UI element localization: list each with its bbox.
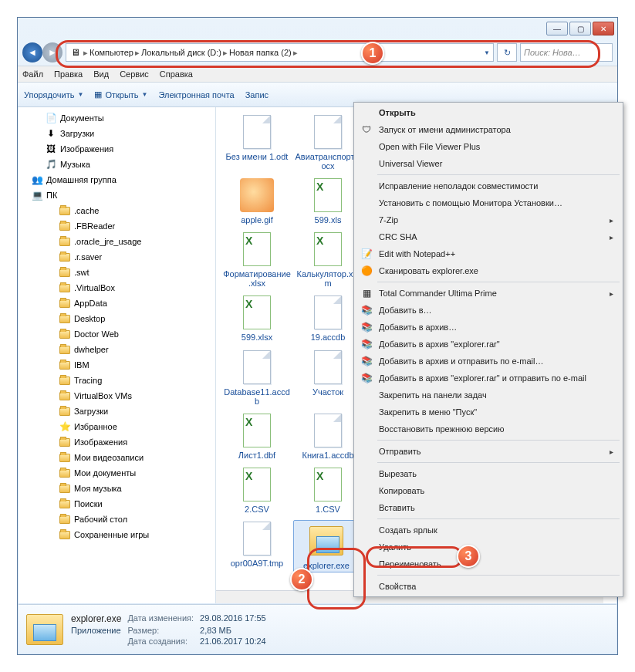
- breadcrumb-seg[interactable]: Локальный диск (D:): [141, 48, 221, 57]
- file-item[interactable]: explorer.exe: [293, 520, 360, 572]
- tree-item[interactable]: .cache: [19, 203, 215, 218]
- context-menu-item[interactable]: 📝Edit with Notepad++: [356, 245, 621, 262]
- context-menu-item[interactable]: Переименовать: [356, 555, 621, 572]
- context-menu-item[interactable]: Вырезать: [356, 465, 621, 482]
- tree-item[interactable]: dwhelper: [19, 342, 215, 357]
- file-item[interactable]: Участок: [293, 349, 363, 406]
- file-item[interactable]: Без имени 1.odt: [222, 113, 292, 171]
- open-icon: ▦: [94, 89, 102, 100]
- close-button[interactable]: ✕: [593, 22, 614, 35]
- tree-item[interactable]: .VirtualBox: [19, 280, 215, 295]
- context-menu-item[interactable]: 📚Добавить в архив "explorer.rar" и отпра…: [356, 370, 621, 387]
- badge-2: 2: [290, 568, 313, 591]
- tree-item[interactable]: .oracle_jre_usage: [19, 234, 215, 249]
- back-button[interactable]: ◄: [22, 42, 42, 62]
- tree-item[interactable]: ⬇Загрузки: [19, 126, 215, 141]
- context-menu-item[interactable]: 📚Добавить в архив "explorer.rar": [356, 336, 621, 353]
- breadcrumb-seg[interactable]: Новая папка (2): [229, 48, 292, 57]
- maximize-button[interactable]: ▢: [569, 22, 591, 35]
- tree-item[interactable]: 👥Домашняя группа: [19, 172, 215, 187]
- file-item[interactable]: Калькулятор.xlsm: [293, 231, 363, 288]
- npp-icon: 📝: [360, 248, 373, 260]
- menu-help[interactable]: Справка: [160, 69, 193, 79]
- tree-item[interactable]: 📄Документы: [19, 110, 215, 126]
- context-menu-item[interactable]: Создать ярлык: [356, 522, 621, 539]
- tree-item[interactable]: Tracing: [19, 373, 215, 388]
- file-item[interactable]: Форматирование.xlsx: [222, 231, 292, 288]
- address-bar[interactable]: 🖥 ▸ Компьютер ▸ Локальный диск (D:) ▸ Но…: [66, 43, 494, 62]
- burn-button[interactable]: Запис: [245, 90, 269, 100]
- forward-button[interactable]: ►: [42, 42, 62, 62]
- open-button[interactable]: ▦ Открыть ▼: [94, 89, 147, 100]
- tree-item[interactable]: 🖼Изображения: [19, 141, 215, 157]
- context-menu-item[interactable]: Вставить: [356, 499, 621, 516]
- tree-item[interactable]: Поиски: [19, 496, 215, 512]
- file-item[interactable]: Database11.accdb: [222, 349, 292, 406]
- menu-file[interactable]: Файл: [22, 69, 43, 79]
- tree-item[interactable]: .r.saver: [19, 249, 215, 265]
- context-menu-item[interactable]: Open with File Viewer Plus: [356, 138, 621, 155]
- context-menu-item[interactable]: ▦Total Commander Ultima Prime: [356, 285, 621, 302]
- tree-item[interactable]: Desktop: [19, 311, 215, 326]
- tree-item[interactable]: Мои документы: [19, 465, 215, 481]
- details-pane: explorer.exe Дата изменения: 29.08.2016 …: [19, 604, 616, 653]
- file-item[interactable]: Лист1.dbf: [222, 412, 292, 460]
- file-item[interactable]: 2.CSV: [222, 466, 292, 514]
- context-menu-item[interactable]: Удалить: [356, 539, 621, 555]
- tree-item[interactable]: AppData: [19, 295, 215, 311]
- tree-item[interactable]: IBM: [19, 357, 215, 373]
- refresh-button[interactable]: ↻: [497, 43, 517, 62]
- menu-tools[interactable]: Сервис: [120, 69, 149, 79]
- folder-tree[interactable]: 📄Документы⬇Загрузки🖼Изображения🎵Музыка👥Д…: [19, 107, 216, 603]
- file-item[interactable]: 1.CSV: [293, 466, 363, 514]
- context-menu-item[interactable]: Установить с помощью Монитора Установки…: [356, 194, 621, 211]
- file-item[interactable]: Авиатранспорт.docx: [293, 113, 363, 171]
- tree-item[interactable]: Моя музыка: [19, 481, 215, 496]
- tree-item[interactable]: Мои видеозаписи: [19, 450, 215, 465]
- context-menu-item[interactable]: Закрепить в меню "Пуск": [356, 404, 621, 420]
- tree-item[interactable]: 🎵Музыка: [19, 157, 215, 172]
- tree-item[interactable]: Doctor Web: [19, 326, 215, 342]
- context-menu-item[interactable]: CRC SHA: [356, 228, 621, 245]
- file-item[interactable]: opr00A9T.tmp: [222, 520, 292, 572]
- context-menu-item[interactable]: Свойства: [356, 578, 621, 595]
- context-menu-item[interactable]: Закрепить на панели задач: [356, 387, 621, 404]
- breadcrumb-seg[interactable]: Компьютер: [90, 48, 133, 57]
- menu-view[interactable]: Вид: [93, 69, 109, 79]
- organize-button[interactable]: Упорядочить ▼: [24, 90, 83, 100]
- minimize-button[interactable]: —: [546, 22, 568, 35]
- tree-item[interactable]: VirtualBox VMs: [19, 388, 215, 404]
- email-button[interactable]: Электронная почта: [159, 90, 235, 100]
- context-menu-item[interactable]: 📚Добавить в архив и отправить по e-mail…: [356, 353, 621, 370]
- tree-item[interactable]: Рабочий стол: [19, 512, 215, 527]
- tree-item[interactable]: ⭐Избранное: [19, 419, 215, 434]
- context-menu-item[interactable]: 📚Добавить в архив…: [356, 319, 621, 336]
- context-menu-item[interactable]: 📚Добавить в…: [356, 302, 621, 319]
- folder-icon: [59, 359, 71, 371]
- context-menu-item[interactable]: Открыть: [356, 104, 621, 121]
- tree-item[interactable]: Сохраненные игры: [19, 527, 215, 542]
- context-menu-item[interactable]: 7-Zip: [356, 211, 621, 228]
- context-menu-item[interactable]: Исправление неполадок совместимости: [356, 177, 621, 194]
- tree-item[interactable]: Изображения: [19, 434, 215, 450]
- file-item[interactable]: Книга1.accdb: [293, 412, 363, 460]
- context-menu-item[interactable]: Копировать: [356, 482, 621, 499]
- tree-item[interactable]: Загрузки: [19, 404, 215, 419]
- file-item[interactable]: 599.xlsx: [222, 294, 292, 342]
- tree-item[interactable]: .FBReader: [19, 218, 215, 234]
- tree-item[interactable]: .swt: [19, 265, 215, 280]
- context-menu: Открыть🛡Запуск от имени администратораOp…: [353, 102, 623, 597]
- context-menu-item[interactable]: 🟠Сканировать explorer.exe: [356, 262, 621, 279]
- tree-item[interactable]: 💻ПК: [19, 187, 215, 203]
- search-input[interactable]: Поиск: Нова…: [520, 43, 613, 62]
- doc-icon: [238, 349, 275, 386]
- file-item[interactable]: 19.accdb: [293, 294, 363, 342]
- context-menu-item[interactable]: Universal Viewer: [356, 155, 621, 172]
- file-item[interactable]: apple.gif: [222, 177, 292, 225]
- context-menu-item[interactable]: Восстановить прежнюю версию: [356, 420, 621, 437]
- context-menu-item[interactable]: Отправить: [356, 443, 621, 460]
- menu-edit[interactable]: Правка: [54, 69, 83, 79]
- context-menu-item[interactable]: 🛡Запуск от имени администратора: [356, 121, 621, 138]
- address-dropdown-icon[interactable]: ▼: [484, 49, 490, 56]
- file-item[interactable]: 599.xls: [293, 177, 363, 225]
